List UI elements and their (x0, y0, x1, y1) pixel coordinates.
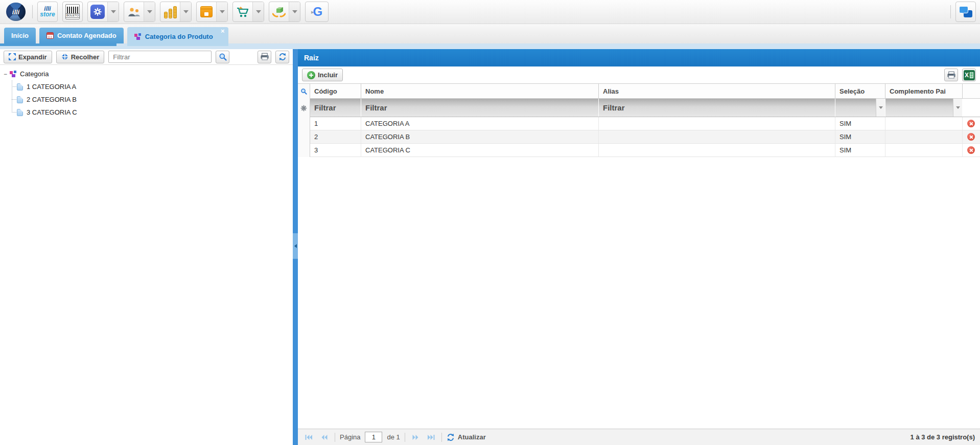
settings-dropdown-caret[interactable] (107, 2, 119, 21)
finance-menu-button[interactable] (160, 2, 192, 22)
next-page-button[interactable] (410, 432, 421, 443)
shopping-cart-icon (233, 2, 252, 21)
tab-close-icon[interactable]: × (221, 28, 225, 34)
supply-menu-button[interactable] (269, 2, 300, 22)
tree-search-button[interactable] (216, 51, 229, 63)
gear-icon (88, 2, 107, 21)
expand-icon (9, 53, 16, 60)
people-dropdown-caret[interactable] (144, 2, 155, 21)
supply-dropdown-caret[interactable] (289, 2, 300, 21)
tree-print-button[interactable] (258, 51, 271, 63)
tree-item-categoria-c[interactable]: 3 CATEGORIA C (0, 106, 293, 119)
cell-complemento-pai (885, 130, 963, 143)
tree-filter-input[interactable] (108, 51, 212, 63)
hands-box-icon (269, 2, 289, 21)
tree-expander-icon[interactable]: − (2, 71, 9, 78)
tree-item-categoria-b[interactable]: 2 CATEGORIA B (0, 93, 293, 106)
tab-categoria-do-produto[interactable]: Categoria do Produto × (127, 27, 228, 46)
sales-menu-button[interactable] (232, 2, 264, 22)
products-menu-button[interactable] (196, 2, 228, 22)
column-header-selecao[interactable]: Seleção (835, 84, 885, 98)
panel-title: Raiz (304, 54, 319, 62)
filter-codigo[interactable]: Filtrar (310, 99, 361, 117)
expand-button[interactable]: Expandir (4, 51, 52, 63)
box-icon (197, 2, 216, 21)
sync-letter: G (313, 6, 322, 18)
calendar-icon (46, 32, 54, 39)
delete-row-icon[interactable] (967, 120, 975, 127)
previous-page-button[interactable] (319, 432, 330, 443)
splitter-handle[interactable] (293, 233, 298, 259)
first-page-button[interactable] (303, 432, 314, 443)
settings-menu-button[interactable] (87, 2, 119, 22)
incluir-button[interactable]: Incluir (302, 69, 343, 81)
collapse-button[interactable]: Recolher (56, 51, 105, 63)
people-menu-button[interactable] (124, 2, 155, 22)
tab-categoria-do-produto-label: Categoria do Produto (145, 33, 213, 40)
sales-dropdown-caret[interactable] (252, 2, 264, 21)
cell-selecao: SIM (835, 130, 885, 143)
logo-text: illi (12, 8, 19, 16)
filter-selecao[interactable] (835, 99, 885, 117)
grid-row-1[interactable]: 1 CATEGORIA A SIM (310, 117, 980, 130)
boleto-button[interactable]: BOLETO (62, 2, 83, 22)
grid-row-2[interactable]: 2 CATEGORIA B SIM (310, 130, 980, 144)
illi-store-button[interactable]: illistore (37, 2, 58, 22)
refresh-grid-button[interactable]: Atualizar (447, 433, 486, 441)
products-dropdown-caret[interactable] (216, 2, 227, 21)
tree-item-categoria-a[interactable]: 1 CATEGORIA A (0, 80, 293, 93)
grid-row-3[interactable]: 3 CATEGORIA C SIM (310, 144, 980, 157)
illi-logo-icon: illi (6, 3, 26, 21)
column-header-complemento-pai[interactable]: Complemento Pai (885, 84, 963, 98)
filter-complemento-pai[interactable] (885, 99, 963, 117)
records-summary: 1 à 3 de 3 registro(s) (911, 433, 975, 441)
incluir-label: Incluir (318, 71, 338, 79)
page-number-input[interactable] (365, 432, 382, 442)
column-header-nome[interactable]: Nome (361, 84, 599, 98)
last-page-button[interactable] (426, 432, 437, 443)
toolbar-divider-right (950, 5, 951, 18)
cell-nome: CATEGORIA B (361, 130, 599, 143)
excel-icon: X (964, 70, 975, 80)
filter-selecao-dropdown[interactable] (876, 99, 885, 117)
filter-nome[interactable]: Filtrar (361, 99, 599, 117)
column-header-alias[interactable]: Alias (599, 84, 835, 98)
grid-search-icon[interactable] (300, 84, 307, 99)
grid-filter-row: Filtrar Filtrar Filtrar (310, 99, 980, 117)
filter-complemento-dropdown[interactable] (953, 99, 962, 117)
pager-separator (405, 433, 405, 442)
export-excel-button[interactable]: X (962, 69, 976, 81)
filter-actions-blank (963, 99, 979, 117)
delete-row-icon[interactable] (967, 133, 975, 141)
boleto-label: BOLETO (65, 13, 80, 18)
chat-button[interactable] (955, 2, 976, 22)
tree-refresh-button[interactable] (275, 51, 289, 63)
sync-button[interactable]: ▸G (305, 2, 329, 22)
content-area: Expandir Recolher (0, 46, 980, 445)
panel-splitter[interactable] (293, 49, 298, 445)
collapse-label: Recolher (71, 53, 100, 61)
cell-actions (963, 130, 979, 143)
refresh-icon (447, 433, 455, 441)
data-grid: Código Nome Alias Seleção Complemento Pa… (298, 83, 980, 157)
delete-row-icon[interactable] (967, 146, 975, 154)
tab-contato-agendado[interactable]: Contato Agendado (39, 28, 124, 43)
printer-icon (947, 71, 956, 80)
collapse-icon (61, 53, 68, 60)
add-plus-icon (307, 71, 315, 79)
tree-item-label: 3 CATEGORIA C (27, 108, 77, 116)
app-toolbar: illi illistore BOLETO (0, 0, 980, 24)
tree-toolbar: Expandir Recolher (0, 49, 293, 65)
panel-header: Raiz (298, 49, 980, 66)
search-icon (219, 53, 227, 61)
cell-complemento-pai (885, 144, 963, 157)
grid-print-button[interactable] (944, 69, 958, 81)
filter-alias[interactable]: Filtrar (599, 99, 835, 117)
tree-root-categoria[interactable]: − Categoria (0, 68, 293, 80)
tree-root-label: Categoria (20, 70, 49, 78)
column-header-codigo[interactable]: Código (310, 84, 361, 98)
tab-inicio[interactable]: Início (4, 28, 36, 43)
raiz-grid-panel: Raiz Incluir (298, 49, 980, 445)
grid-filter-settings-icon[interactable] (300, 99, 307, 117)
finance-dropdown-caret[interactable] (180, 2, 191, 21)
